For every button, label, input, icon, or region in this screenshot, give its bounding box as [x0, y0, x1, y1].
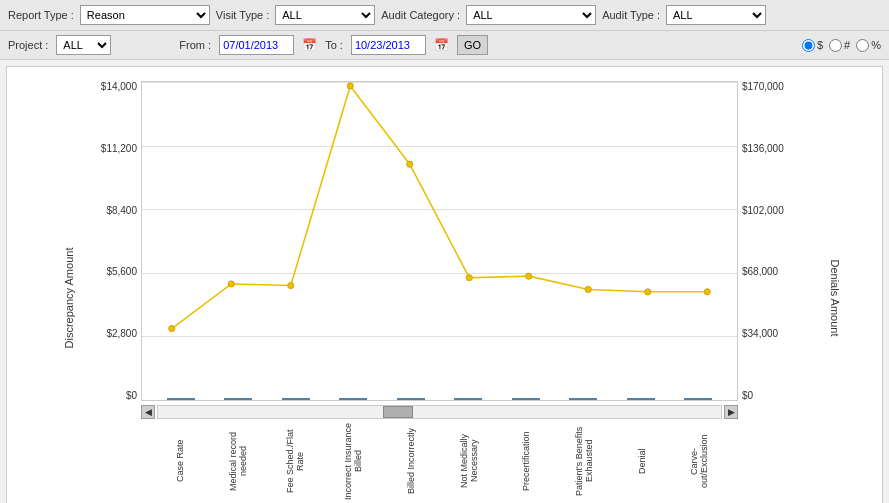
bar-group [612, 398, 670, 400]
x-label-1: Case Rate [151, 421, 209, 501]
bar-medical-record [224, 398, 252, 400]
to-calendar-icon[interactable]: 📅 [434, 38, 449, 52]
x-label-3: Fee Sched./Flat Rate [266, 421, 324, 501]
bar-group [267, 398, 325, 400]
y-left-title: Discrepancy Amount [63, 248, 75, 349]
bar-group [440, 398, 498, 400]
bar-6 [454, 398, 482, 400]
to-date-input[interactable] [351, 35, 426, 55]
y-axis-right: $170,000 $136,000 $102,000 $68,000 $34,0… [738, 81, 808, 401]
visit-type-label: Visit Type : [216, 9, 269, 21]
x-label-8: Patient's Benefits Exhausted [555, 421, 613, 501]
from-label: From : [179, 39, 211, 51]
top-bar: Report Type : Reason Visit Type : ALL Au… [0, 0, 889, 31]
x-label-9: Denial [613, 421, 671, 501]
bar-group [670, 398, 728, 400]
x-label-10: Carve-out/Exclusion [670, 421, 728, 501]
y-right-title: Denials Amount [828, 259, 840, 336]
second-bar: Project : ALL From : 📅 To : 📅 GO $ # % [0, 31, 889, 60]
audit-type-label: Audit Type : [602, 9, 660, 21]
bar-case-rate [167, 398, 195, 400]
x-label-2: Medical record needed [209, 421, 267, 501]
x-label-5: Billed Incorrectly [382, 421, 440, 501]
visit-type-select[interactable]: ALL [275, 5, 375, 25]
radio-hash[interactable]: # [829, 39, 850, 52]
project-label: Project : [8, 39, 48, 51]
bar-fee-sched [282, 398, 310, 400]
bar-group [497, 398, 555, 400]
chart-outer: Discrepancy Amount Denials Amount $14,00… [11, 71, 878, 503]
report-type-select[interactable]: Reason [80, 5, 210, 25]
chart-body [141, 81, 738, 401]
chart-wrapper: Discrepancy Amount Denials Amount $14,00… [6, 66, 883, 503]
radio-percent[interactable]: % [856, 39, 881, 52]
bar-group [382, 398, 440, 400]
radio-group: $ # % [802, 39, 881, 52]
scroll-thumb[interactable] [383, 406, 413, 418]
scrollbar-area[interactable]: ◀ ▶ [141, 403, 738, 421]
bars-container [142, 82, 737, 400]
y-axis-left: $14,000 $11,200 $8,400 $5,600 $2,800 $0 [81, 81, 141, 401]
bar-incorrect-insurance [339, 398, 367, 400]
chart-inner: $14,000 $11,200 $8,400 $5,600 $2,800 $0 [81, 81, 808, 401]
x-label-6: Not Medically Necessary [440, 421, 498, 501]
bar-group [210, 398, 268, 400]
scroll-left-arrow[interactable]: ◀ [141, 405, 155, 419]
go-button[interactable]: GO [457, 35, 488, 55]
bar-group [152, 398, 210, 400]
bar-8 [569, 398, 597, 400]
from-date-input[interactable] [219, 35, 294, 55]
bar-group [325, 398, 383, 400]
to-label: To : [325, 39, 343, 51]
x-label-4: Incorrect Insurance Billed [324, 421, 382, 501]
bar-9 [627, 398, 655, 400]
audit-category-label: Audit Category : [381, 9, 460, 21]
x-label-7: Precertification [497, 421, 555, 501]
bar-billed-incorrectly [397, 398, 425, 400]
report-type-label: Report Type : [8, 9, 74, 21]
scroll-right-arrow[interactable]: ▶ [724, 405, 738, 419]
bar-7 [512, 398, 540, 400]
bar-10 [684, 398, 712, 400]
bar-group [555, 398, 613, 400]
audit-type-select[interactable]: ALL [666, 5, 766, 25]
scroll-track[interactable] [157, 405, 722, 419]
x-axis: Case Rate Medical record needed Fee Sche… [141, 421, 738, 501]
project-select[interactable]: ALL [56, 35, 111, 55]
from-calendar-icon[interactable]: 📅 [302, 38, 317, 52]
audit-category-select[interactable]: ALL [466, 5, 596, 25]
radio-dollar[interactable]: $ [802, 39, 823, 52]
